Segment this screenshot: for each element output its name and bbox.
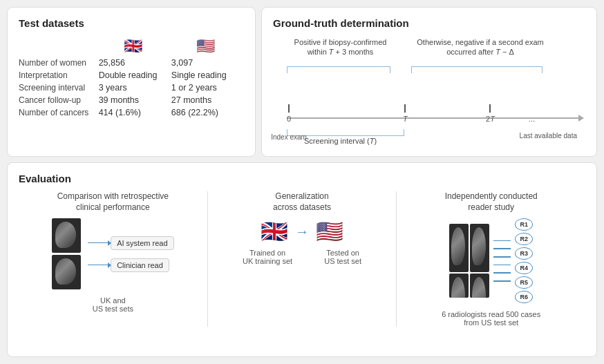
reader-line-5: [493, 272, 511, 274]
ground-truth-card: Ground-truth determination Positive if b…: [261, 7, 597, 157]
tick-0: [288, 104, 290, 113]
label-0: 0: [287, 115, 291, 123]
clinical-title: Comparison with retrospectiveclinical pe…: [57, 191, 169, 213]
label-dots: ...: [529, 115, 535, 123]
bottom-row: Evaluation Comparison with retrospective…: [7, 162, 597, 357]
label-2T: 2T: [486, 115, 495, 123]
reader-mammo-4: [470, 274, 489, 298]
trained-label: Trained onUK training set: [243, 249, 292, 265]
reader-bubble: R2: [515, 233, 533, 245]
mammogram-2: [52, 255, 81, 289]
table-row: Cancer follow-up 39 months 27 months: [19, 94, 244, 106]
reader-line-4: [493, 265, 511, 266]
reader-mammo-3: [470, 224, 489, 272]
arrow-group: AI system read Clinician read: [88, 236, 173, 272]
label-T: T: [403, 115, 408, 123]
row-uk: 3 years: [99, 82, 171, 94]
point-dots: ...: [529, 113, 535, 123]
row-us: 1 or 2 years: [171, 82, 244, 94]
last-data-label: Last available data: [520, 132, 577, 140]
evaluation-card: Evaluation Comparison with retrospective…: [7, 162, 597, 357]
reader-bubble: R5: [515, 276, 533, 289]
mammogram-1: [52, 218, 81, 253]
reader-line-3: [493, 256, 511, 258]
row-label: Number of cancers: [19, 106, 99, 119]
ai-read-box: AI system read: [111, 236, 173, 250]
row-label: Number of women: [19, 57, 99, 69]
reader-bubbles: R1R2R3R4R5R6: [515, 218, 533, 303]
gen-arrow: →: [295, 224, 309, 240]
reader-bubble: R4: [515, 262, 533, 274]
table-row: Number of women 25,856 3,097: [19, 57, 244, 69]
main-container: Test datasets 🇬🇧 🇺🇸 Number of women 25,8…: [0, 0, 604, 364]
reader-diagram: R1R2R3R4R5R6: [449, 218, 533, 303]
evaluation-title: Evaluation: [19, 173, 585, 184]
negative-label: Otherwise, negative if a second examoccu…: [411, 37, 549, 57]
us-flag: 🇺🇸: [171, 36, 244, 57]
ai-arrow-line: AI system read: [88, 236, 173, 250]
reader-lines: [493, 237, 511, 285]
point-T: T: [403, 104, 408, 123]
ground-truth-title: Ground-truth determination: [273, 17, 585, 29]
row-uk: 39 months: [99, 94, 171, 106]
test-datasets-card: Test datasets 🇬🇧 🇺🇸 Number of women 25,8…: [7, 7, 256, 157]
index-exam-label: Index exam: [271, 133, 307, 141]
reader-mammo-stack: [449, 224, 489, 298]
table-row: Interpretation Double reading Single rea…: [19, 69, 244, 82]
us-flag-large: 🇺🇸: [316, 218, 343, 245]
row-uk: 414 (1.6%): [99, 106, 171, 119]
mammo-col-2: [470, 224, 489, 298]
reader-line-2: [493, 248, 511, 249]
reader-line-6: [493, 280, 511, 282]
row-us: 3,097: [171, 57, 244, 69]
row-us: Single reading: [171, 69, 244, 82]
reader-bubble: R3: [515, 247, 533, 260]
clinician-arrow-line: Clinician read: [88, 258, 169, 272]
row-uk: Double reading: [99, 69, 171, 82]
reader-mammo-1: [449, 224, 469, 272]
gen-spacer: [298, 249, 319, 265]
row-uk: 25,856: [99, 57, 171, 69]
row-label: Interpretation: [19, 69, 99, 82]
reader-bubble: R6: [515, 291, 533, 303]
point-2T: 2T: [486, 104, 495, 123]
screening-label: Screening interval (T): [304, 137, 377, 145]
reader-line-1: [493, 240, 511, 242]
generalization-section: Generalizationacross datasets 🇬🇧 → 🇺🇸 Tr…: [208, 191, 397, 327]
reader-section: Independently conductedreader study: [397, 191, 585, 327]
tick-2T: [489, 104, 491, 113]
gen-diagram: 🇬🇧 → 🇺🇸: [261, 218, 343, 245]
reader-mammo-2: [449, 274, 469, 298]
table-row: Number of cancers 414 (1.6%) 686 (22.2%): [19, 106, 244, 119]
mammo-col-1: [449, 224, 469, 298]
clinician-arrow: [88, 265, 108, 266]
clinical-diagram: AI system read Clinician read: [52, 218, 173, 289]
mammogram-stack: [52, 218, 81, 289]
positive-brace: [287, 66, 390, 73]
point-0: 0 Index exam: [287, 104, 291, 123]
uk-flag: 🇬🇧: [99, 36, 171, 57]
row-us: 686 (22.2%): [171, 106, 244, 119]
clinical-section: Comparison with retrospectiveclinical pe…: [19, 191, 207, 327]
negative-brace: [411, 66, 542, 73]
tick-T: [404, 104, 406, 113]
row-us: 27 months: [171, 94, 244, 106]
row-label: Cancer follow-up: [19, 94, 99, 106]
gt-diagram: Positive if biopsy-confirmedwithin T + 3…: [273, 36, 585, 146]
timeline-arrow: [578, 115, 584, 122]
eval-sections: Comparison with retrospectiveclinical pe…: [19, 191, 585, 327]
positive-label: Positive if biopsy-confirmedwithin T + 3…: [287, 37, 394, 57]
reader-title: Independently conductedreader study: [445, 191, 538, 213]
datasets-table: 🇬🇧 🇺🇸 Number of women 25,856 3,097 Inter…: [19, 36, 244, 119]
row-label: Screening interval: [19, 82, 99, 94]
clinical-caption: UK andUS test sets: [93, 296, 133, 313]
top-row: Test datasets 🇬🇧 🇺🇸 Number of women 25,8…: [7, 7, 597, 157]
tested-label: Tested onUS test set: [324, 249, 361, 265]
gen-labels: Trained onUK training set Tested onUS te…: [243, 249, 361, 265]
reader-bubble: R1: [515, 218, 533, 231]
table-row: Screening interval 3 years 1 or 2 years: [19, 82, 244, 94]
uk-flag-large: 🇬🇧: [261, 218, 288, 245]
reader-caption: 6 radiologists read 500 casesfrom US tes…: [442, 310, 540, 327]
gen-title: Generalizationacross datasets: [273, 191, 331, 213]
ai-arrow: [88, 242, 108, 244]
